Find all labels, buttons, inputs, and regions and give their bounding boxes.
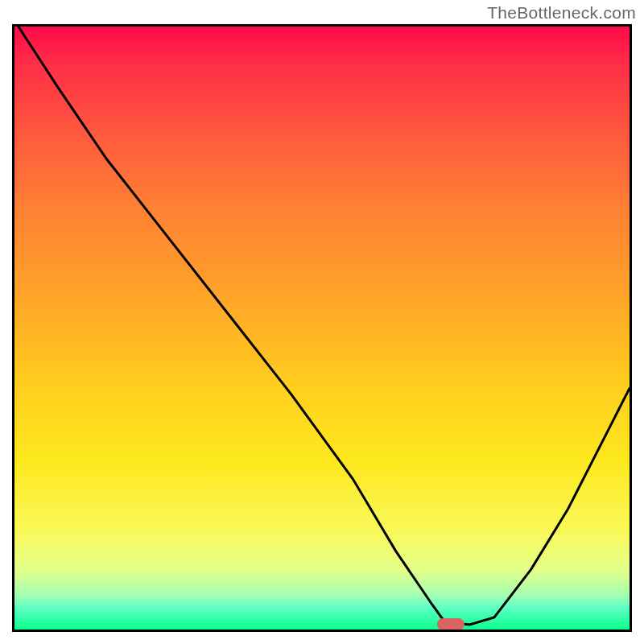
chart-line-path <box>14 27 630 625</box>
chart-line-svg <box>14 27 630 630</box>
chart-optimal-marker <box>437 618 464 630</box>
watermark-text: TheBottleneck.com <box>487 3 636 23</box>
chart-plot-area <box>12 24 632 632</box>
